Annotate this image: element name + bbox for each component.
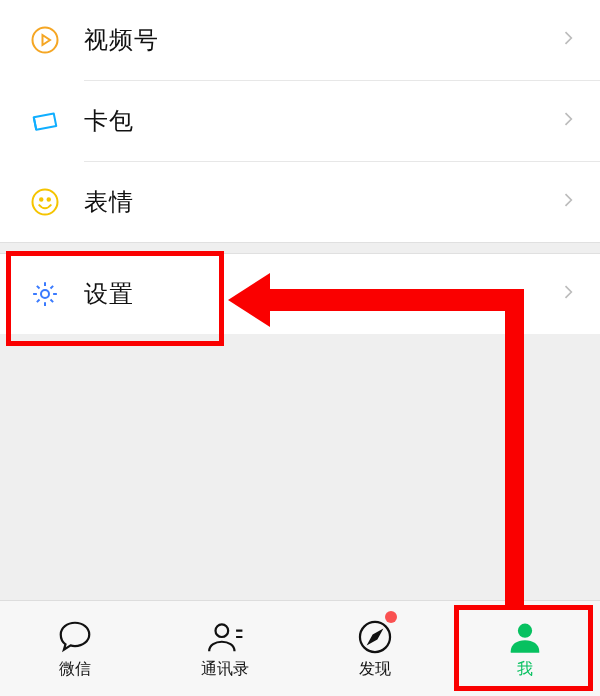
chat-bubble-icon [55,617,95,657]
tab-label: 通讯录 [201,659,249,680]
annotation-arrow-stem [505,289,524,609]
svg-point-4 [41,290,49,298]
cards-icon [28,104,62,138]
menu-item-label: 设置 [84,278,558,310]
menu-item-settings[interactable]: 设置 [0,254,600,334]
tab-label: 微信 [59,659,91,680]
smile-icon [28,185,62,219]
svg-point-2 [40,198,43,201]
contacts-icon [205,617,245,657]
menu-item-stickers[interactable]: 表情 [0,162,600,242]
person-icon [505,617,545,657]
tab-contacts[interactable]: 通讯录 [150,601,300,696]
menu-item-channels[interactable]: 视频号 [0,0,600,80]
svg-point-5 [216,624,229,637]
tab-chats[interactable]: 微信 [0,601,150,696]
svg-point-7 [518,624,532,638]
channels-icon [28,23,62,57]
tab-discover[interactable]: 发现 [300,601,450,696]
chevron-right-icon [558,190,578,214]
chevron-right-icon [558,28,578,52]
chevron-right-icon [558,282,578,306]
menu-group-settings: 设置 [0,254,600,334]
gear-icon [28,277,62,311]
svg-point-3 [48,198,51,201]
svg-point-0 [33,28,58,53]
tab-me[interactable]: 我 [450,601,600,696]
tab-label: 发现 [359,659,391,680]
compass-icon [355,617,395,657]
tab-bar: 微信 通讯录 发现 我 [0,600,600,696]
menu-item-cards[interactable]: 卡包 [0,81,600,161]
menu-item-label: 卡包 [84,105,558,137]
menu-item-label: 视频号 [84,24,558,56]
svg-point-1 [33,190,58,215]
chevron-right-icon [558,109,578,133]
tab-label: 我 [517,659,533,680]
section-gap [0,242,600,254]
menu-item-label: 表情 [84,186,558,218]
menu-group-features: 视频号 卡包 表情 [0,0,600,242]
notification-dot-icon [385,611,397,623]
